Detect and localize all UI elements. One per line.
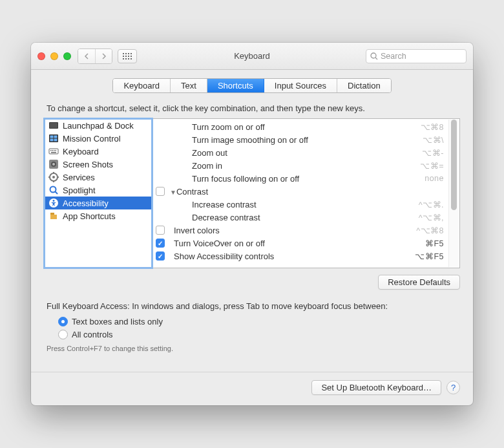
shortcut-checkbox	[156, 122, 165, 131]
shortcut-row[interactable]: Turn VoiceOver on or off⌘F5	[152, 237, 459, 250]
mission-control-icon	[48, 133, 59, 144]
shortcut-row[interactable]: Decrease contrast^⌥⌘,	[152, 211, 459, 224]
category-accessibility[interactable]: Accessibility	[45, 197, 151, 209]
category-keyboard[interactable]: Keyboard	[45, 145, 151, 158]
fka-label: Full Keyboard Access: In windows and dia…	[47, 301, 457, 311]
shortcut-checkbox	[156, 174, 165, 183]
category-label: Spotlight	[63, 186, 96, 195]
shortcut-keys[interactable]: ⌥⌘8	[421, 122, 444, 132]
shortcut-row[interactable]: Turn zoom on or off⌥⌘8	[152, 120, 459, 133]
category-launchpad-dock[interactable]: Launchpad & Dock	[45, 119, 151, 132]
category-services[interactable]: Services	[45, 171, 151, 184]
shortcut-checkbox	[156, 135, 165, 144]
disclosure-triangle-icon[interactable]: ▼	[170, 189, 176, 196]
radio-button[interactable]	[58, 330, 68, 339]
svg-rect-18	[54, 136, 58, 138]
category-spotlight[interactable]: Spotlight	[45, 184, 151, 197]
category-label: Accessibility	[63, 198, 109, 208]
screenshots-icon	[48, 159, 59, 169]
titlebar: Keyboard Search	[31, 43, 473, 70]
svg-rect-21	[49, 149, 58, 154]
shortcut-row[interactable]: Show Accessibility controls⌥⌘F5	[152, 250, 459, 262]
tab-shortcuts[interactable]: Shortcuts	[207, 79, 264, 92]
shortcut-keys[interactable]: ^⌥⌘,	[419, 213, 444, 222]
back-button[interactable]	[78, 49, 95, 63]
shortcut-label: Zoom out	[167, 148, 422, 158]
svg-rect-23	[52, 150, 54, 151]
category-app-shortcuts[interactable]: App Shortcuts	[45, 209, 151, 222]
forward-button[interactable]	[95, 49, 112, 63]
search-icon	[370, 52, 378, 60]
shortcut-list[interactable]: Turn zoom on or off⌥⌘8Turn image smoothi…	[152, 119, 459, 268]
shortcut-checkbox[interactable]	[156, 226, 165, 235]
shortcut-label: ▼Contrast	[167, 187, 444, 197]
keyboard-prefs-window: Keyboard Search KeyboardTextShortcutsInp…	[31, 43, 473, 405]
shortcut-label: Turn zoom on or off	[167, 122, 421, 132]
close-button[interactable]	[37, 52, 45, 60]
svg-rect-15	[50, 123, 58, 128]
svg-rect-17	[50, 136, 54, 138]
shortcut-label: Show Accessibility controls	[167, 251, 415, 261]
shortcut-label: Zoom in	[167, 161, 420, 171]
tab-dictation[interactable]: Dictation	[337, 79, 391, 92]
shortcut-row[interactable]: Increase contrast^⌥⌘.	[152, 198, 459, 211]
search-field[interactable]: Search	[366, 49, 467, 63]
nav-buttons	[78, 48, 112, 64]
shortcut-keys[interactable]: ⌘F5	[425, 239, 444, 248]
svg-rect-7	[131, 56, 132, 57]
shortcut-row[interactable]: Turn focus following on or offnone	[152, 172, 459, 185]
spotlight-icon	[48, 185, 59, 195]
fka-radio-option[interactable]: All controls	[58, 328, 460, 341]
tab-input-sources[interactable]: Input Sources	[264, 79, 337, 92]
svg-rect-0	[123, 53, 124, 54]
svg-rect-9	[125, 58, 127, 59]
radio-button[interactable]	[58, 317, 68, 326]
shortcut-keys[interactable]: ⌥⌘\	[423, 135, 444, 145]
restore-defaults-button[interactable]: Restore Defaults	[378, 275, 460, 290]
shortcut-keys[interactable]: ^⌥⌘.	[419, 200, 444, 209]
shortcut-checkbox	[156, 200, 165, 209]
svg-rect-3	[131, 53, 132, 54]
fka-radio-option[interactable]: Text boxes and lists only	[58, 315, 460, 328]
shortcut-keys[interactable]: none	[425, 174, 444, 183]
shortcut-keys[interactable]: ^⌥⌘8	[416, 226, 444, 235]
shortcut-keys[interactable]: ⌥⌘F5	[415, 251, 444, 261]
search-placeholder: Search	[381, 52, 406, 61]
shortcut-row[interactable]: Invert colors^⌥⌘8	[152, 224, 459, 237]
svg-rect-6	[128, 56, 129, 57]
svg-rect-8	[123, 58, 124, 59]
category-screen-shots[interactable]: Screen Shots	[45, 158, 151, 171]
bluetooth-keyboard-button[interactable]: Set Up Bluetooth Keyboard…	[311, 380, 441, 395]
fka-hint: Press Control+F7 to change this setting.	[47, 345, 457, 352]
shortcut-row[interactable]: Zoom out⌥⌘-	[152, 146, 459, 159]
svg-rect-22	[50, 150, 52, 151]
shortcut-keys[interactable]: ⌥⌘-	[422, 148, 444, 158]
category-list[interactable]: Launchpad & DockMission ControlKeyboardS…	[45, 119, 152, 268]
shortcut-row[interactable]: Turn image smoothing on or off⌥⌘\	[152, 133, 459, 146]
footer: Set Up Bluetooth Keyboard… ?	[31, 372, 473, 405]
tab-text[interactable]: Text	[171, 79, 207, 92]
shortcut-keys[interactable]: ⌥⌘=	[420, 161, 444, 171]
category-label: Keyboard	[63, 147, 99, 156]
scrollbar[interactable]	[448, 120, 459, 267]
shortcut-checkbox[interactable]	[156, 251, 165, 261]
zoom-button[interactable]	[63, 52, 71, 60]
category-mission-control[interactable]: Mission Control	[45, 132, 151, 145]
help-button[interactable]: ?	[446, 381, 460, 394]
window-title: Keyboard	[234, 51, 270, 61]
shortcut-checkbox[interactable]	[156, 187, 165, 196]
tab-keyboard[interactable]: Keyboard	[113, 79, 171, 92]
minimize-button[interactable]	[50, 52, 58, 60]
tab-bar: KeyboardTextShortcutsInput SourcesDictat…	[31, 70, 473, 100]
services-icon	[48, 172, 59, 182]
svg-point-31	[52, 176, 55, 178]
scrollbar-thumb[interactable]	[451, 120, 457, 210]
shortcuts-panel: Launchpad & DockMission ControlKeyboardS…	[44, 118, 460, 268]
show-all-button[interactable]	[118, 49, 137, 63]
shortcut-row[interactable]: Zoom in⌥⌘=	[152, 159, 459, 172]
shortcut-label: Turn image smoothing on or off	[167, 135, 423, 145]
shortcut-checkbox[interactable]	[156, 239, 165, 248]
shortcut-row[interactable]: ▼Contrast	[152, 185, 459, 198]
svg-rect-24	[54, 150, 55, 151]
category-label: Mission Control	[63, 134, 121, 144]
